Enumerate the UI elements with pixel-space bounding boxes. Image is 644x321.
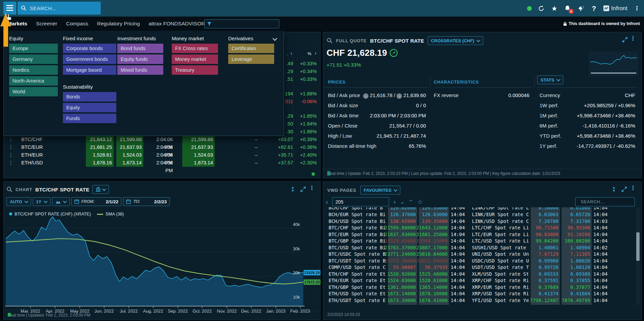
bid-cell: 90.71500 [536, 225, 558, 231]
menu-section-fixed-income: Fixed income [63, 36, 93, 41]
menu-item-fx-cross-rates[interactable]: FX Cross rates [172, 44, 218, 53]
watchlist-symbol[interactable]: ETH/EUR [21, 151, 43, 159]
quote-price-row: CHF 21,628.19 ↗ [327, 48, 398, 58]
field-value: CHF [625, 90, 635, 100]
instrument-cell: LTC/EUR Spot rate Li [472, 231, 529, 238]
menu-tab-attrax-fondsadvisor[interactable]: attrax FONDSADVISOR [149, 21, 205, 27]
watchlist-symbol[interactable]: BTC/CHF [21, 136, 43, 143]
watchlist-row[interactable]: ⋮BTC/CHF21,643.1221,599.882:04:06 PM21,5… [4, 136, 320, 143]
vwd-row-right: YFI/USD Spot rate Ye7798.124877876.49799… [323, 297, 641, 304]
topbar-overflow-menu-icon[interactable]: ⋮ [633, 5, 641, 12]
vwd-row-right: UNI/USD Spot rate Un7.071297.1138514:04 [323, 251, 641, 258]
sort-icon[interactable]: ▲▼ [290, 52, 292, 55]
notifications-bell-icon[interactable]: 5 [564, 5, 571, 12]
menu-tab-regulatory-pricing[interactable]: Regulatory Pricing [97, 21, 140, 27]
menu-filter-input[interactable] [214, 21, 277, 27]
column-header-change[interactable]: . [286, 51, 288, 56]
row-menu-icon[interactable]: ⋮ [8, 159, 13, 167]
sort-icon[interactable]: ▲▼ [315, 52, 317, 55]
menu-item-treasury[interactable]: Treasury [172, 65, 218, 75]
bid-cell: 0.99720 [539, 264, 558, 271]
watchlist-row[interactable]: ⋮ETH/USD1,678.161,673.142:04:06 PM1,673.… [4, 159, 320, 167]
menu-item-certificates[interactable]: Certificates [228, 44, 274, 53]
menu-item-leverage[interactable]: Leverage [228, 54, 274, 64]
menu-tab-markets[interactable]: Markets [7, 21, 27, 27]
instrument-cell: USDC/USD Spot rate U [472, 258, 529, 265]
field-value: -14,772.493971 / -40.62% [577, 141, 635, 151]
last-value-cell: 21,681.25 [86, 143, 114, 151]
panel-type-label: VWD PAGES [327, 188, 356, 193]
watchlist-percent: +0.34% [296, 68, 317, 75]
menu-item-equity-funds[interactable]: Equity funds [117, 54, 163, 64]
page-down-icon[interactable]: ⌄ [400, 200, 405, 204]
instrument-name: BTC/CHF SPOT RATE [370, 38, 424, 44]
y-axis-tick-label: 40k [278, 222, 300, 227]
expand-icon[interactable] [621, 186, 627, 193]
favourites-selector-button[interactable]: FAVOURITES [360, 186, 400, 194]
previous-page-icon[interactable]: ‹ [326, 200, 328, 204]
menu-item-government-bonds[interactable]: Government bonds [63, 54, 116, 64]
menu-item-corporate-bonds[interactable]: Corporate bonds [63, 44, 116, 53]
menu-item-mixed-funds[interactable]: Mixed funds [117, 65, 163, 75]
scrollbar-track[interactable] [636, 207, 640, 305]
link-channel-icon[interactable] [612, 186, 616, 193]
menu-section-money-market: Money market [172, 36, 204, 41]
menu-item-funds[interactable]: Funds [63, 114, 116, 123]
page-number-input[interactable] [332, 197, 389, 206]
collapse-chevron-icon[interactable] [272, 36, 277, 42]
watchlist-percent: +2.40% [296, 151, 317, 159]
menu-item-money-market[interactable]: Money market [172, 54, 218, 64]
stats-selector-button[interactable]: STATS [537, 75, 563, 84]
refresh-icon[interactable] [538, 5, 545, 12]
menu-item-bond-funds[interactable]: Bond funds [117, 44, 163, 53]
next-page-icon[interactable]: › [393, 200, 396, 204]
panel-menu-icon[interactable]: ⋮ [630, 186, 636, 190]
menu-item-mortgage-based[interactable]: Mortgage based [63, 65, 116, 75]
vwd-row-right: USDT/USD Spot rate T0.997201.0012014:04 [323, 264, 641, 271]
ask-cell: 0.37855 [570, 277, 590, 284]
row-menu-icon[interactable]: ⋮ [8, 143, 13, 151]
field-label: Currency [540, 90, 560, 100]
menu-tab-screener[interactable]: Screener [36, 21, 57, 27]
vwd-row-right: USDC/USD Spot rate U0.999601.0002014:04 [323, 258, 641, 265]
time-cell: 14:04 [593, 238, 607, 245]
row-menu-icon[interactable]: ⋮ [8, 151, 13, 159]
menu-item-nordics[interactable]: Nordics [9, 65, 58, 75]
row-menu-icon[interactable]: ⋮ [8, 136, 13, 143]
menu-item-europe[interactable]: Europe [9, 44, 58, 53]
crossrates-selector-button[interactable]: CROSSRATES (CHF) [428, 36, 483, 45]
ask-cell: 0.41664 [570, 291, 590, 297]
watchlist-symbol[interactable]: ETH/USD [21, 159, 43, 167]
watchlist-symbol[interactable]: BTC/EUR [21, 143, 43, 151]
page-up-icon[interactable]: ⌃ [409, 200, 413, 204]
scrollbar-thumb[interactable] [636, 232, 640, 261]
price-change: +71.51 +0.33% [327, 62, 361, 68]
search-input[interactable] [29, 5, 88, 12]
panel-menu-icon[interactable]: ⋮ [630, 37, 636, 40]
bid-cell: 1.40061 [539, 245, 558, 251]
menu-item-north-america[interactable]: North-America [9, 76, 58, 86]
watchlist-change: +37.57 [256, 159, 293, 167]
vwd-search-input[interactable] [580, 199, 641, 205]
menu-item-germany[interactable]: Germany [9, 54, 58, 64]
watchlist-row[interactable]: ⋮ETH/EUR1,528.611,524.032:04:06 PM1,524.… [4, 151, 320, 159]
menu-item-bonds[interactable]: Bonds [63, 92, 116, 101]
hamburger-menu-button[interactable] [3, 2, 16, 15]
expand-icon[interactable] [622, 37, 628, 44]
feed-status-square [8, 313, 11, 317]
watchlist-row[interactable]: ⋮BTC/EUR21,681.2521,637.932:04:06 PM21,6… [4, 143, 320, 151]
ask-value-cell: 1,524.03 [182, 151, 215, 159]
column-header-percent[interactable]: % [307, 51, 311, 56]
menu-item-equity[interactable]: Equity [63, 103, 116, 112]
chevron-down-icon [393, 188, 397, 191]
last-value-cell: 21,643.12 [86, 136, 114, 143]
favourite-star-icon[interactable]: ☆ [418, 200, 423, 204]
bid-cell: 0.41374 [539, 291, 558, 297]
announcements-megaphone-icon[interactable] [577, 5, 585, 12]
menu-item-world[interactable]: World [9, 87, 58, 96]
selector-label: CROSSRATES (CHF) [431, 38, 474, 43]
favorites-star-icon[interactable]: ★ [551, 5, 558, 12]
menu-tab-compass[interactable]: Compass [66, 21, 88, 27]
help-icon[interactable]: ? [590, 5, 598, 12]
instrument-cell: LINK/CHF Spot rate L [472, 207, 529, 211]
